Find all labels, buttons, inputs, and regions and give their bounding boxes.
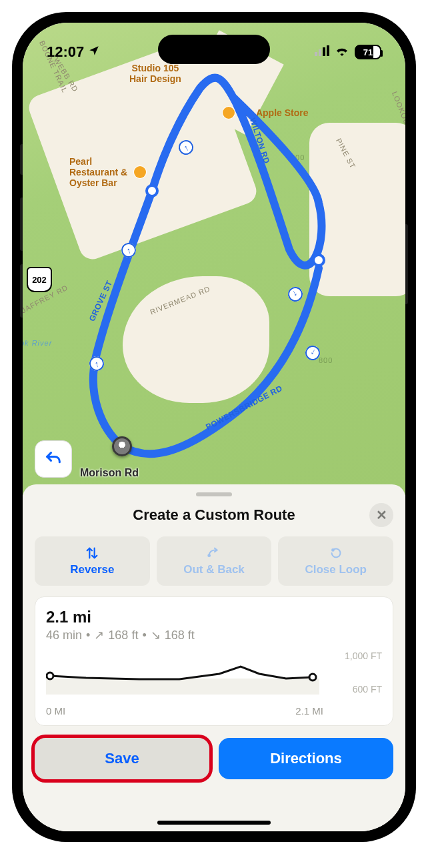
close-loop-icon [328, 546, 344, 560]
route-descent: 168 ft [165, 628, 195, 642]
route-start-pin[interactable] [112, 436, 132, 456]
elevation-x-end: 2.1 MI [295, 705, 323, 717]
battery-pct: 71 [363, 47, 373, 57]
out-and-back-button[interactable]: Out & Back [157, 536, 272, 586]
dynamic-island [158, 35, 270, 64]
clock-text: 12:07 [47, 43, 84, 61]
route-distance: 2.1 mi [46, 608, 382, 626]
close-loop-button[interactable]: Close Loop [278, 536, 393, 586]
sheet-grabber[interactable] [196, 492, 232, 496]
svg-point-7 [332, 549, 334, 551]
svg-point-9 [47, 673, 53, 679]
screen: 12:07 71 WEBB RD [23, 23, 405, 831]
poi-icon-pearl [134, 166, 146, 178]
poi-icon-bigapple [223, 107, 235, 119]
phone-frame: 12:07 71 WEBB RD [12, 12, 416, 842]
save-label: Save [105, 750, 139, 767]
route-label-grove: GROVE ST [87, 279, 115, 323]
wifi-icon [335, 45, 349, 59]
svg-rect-3 [327, 45, 329, 56]
map-canvas[interactable]: WEBB RD BOONE TRAIL PINE ST LOOKOUT HILL… [23, 23, 405, 495]
directions-button[interactable]: Directions [219, 738, 393, 779]
reverse-button[interactable]: Reverse [35, 536, 150, 586]
reverse-icon [85, 546, 99, 560]
close-button[interactable]: ✕ [369, 503, 393, 527]
route-duration: 46 min [46, 628, 82, 642]
directions-label: Directions [270, 750, 342, 767]
route-sheet: Create a Custom Route ✕ Reverse Out & Ba… [23, 484, 405, 831]
svg-rect-2 [323, 47, 325, 56]
elevation-max-label: 1,000 FT [345, 650, 382, 661]
descent-icon: ↘ [151, 628, 161, 642]
elevation-min-label: 600 FT [353, 684, 382, 695]
close-icon: ✕ [376, 507, 387, 523]
svg-point-6 [208, 554, 210, 556]
poi-label-pearl: Pearl Restaurant & Oyster Bar [69, 156, 127, 188]
cellular-icon [315, 45, 329, 59]
route-shield-icon: 202 [27, 267, 52, 292]
home-indicator[interactable] [157, 821, 271, 825]
route-start-label: Morison Rd [80, 467, 139, 479]
undo-button[interactable] [35, 440, 72, 478]
poi-label-bigapple: Big Apple Store [239, 107, 309, 118]
contour-label2: 800 [319, 356, 333, 364]
location-services-icon [88, 43, 100, 61]
direction-arrow-icon: ↑ [285, 284, 305, 304]
elevation-line [46, 652, 319, 699]
save-button[interactable]: Save [35, 738, 209, 779]
close-loop-label: Close Loop [305, 563, 367, 576]
direction-arrow-icon: ↑ [88, 355, 106, 373]
elevation-x-start: 0 MI [46, 705, 65, 717]
out-and-back-label: Out & Back [183, 563, 245, 576]
battery-icon: 71 [355, 45, 381, 59]
route-ascent: 168 ft [108, 628, 138, 642]
svg-rect-1 [319, 49, 321, 56]
ascent-icon: ↗ [94, 628, 104, 642]
out-and-back-icon [206, 546, 222, 560]
sheet-title: Create a Custom Route [59, 506, 369, 524]
river-label: ok River [23, 339, 52, 347]
undo-icon [44, 450, 63, 468]
route-summary-card: 2.1 mi 46 min • ↗ 168 ft • ↘ 168 ft 1,00… [35, 596, 393, 726]
svg-rect-8 [46, 679, 319, 695]
svg-rect-0 [315, 52, 317, 56]
reverse-label: Reverse [70, 563, 114, 576]
elevation-chart: 1,000 FT 600 FT 0 MI 2.1 MI [46, 652, 382, 719]
svg-point-10 [309, 674, 316, 681]
contour-label1: 800 [291, 153, 305, 161]
route-label-wilton: WILTON RD [248, 117, 271, 165]
